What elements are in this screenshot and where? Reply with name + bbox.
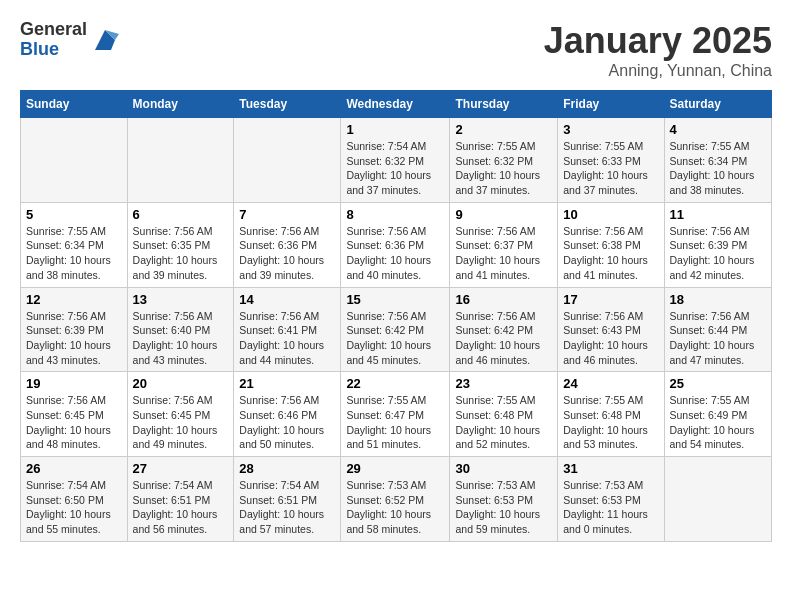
day-info: Sunrise: 7:56 AMSunset: 6:42 PMDaylight:… — [346, 309, 444, 368]
day-number: 16 — [455, 292, 552, 307]
month-title: January 2025 — [544, 20, 772, 62]
calendar-cell: 31Sunrise: 7:53 AMSunset: 6:53 PMDayligh… — [558, 457, 664, 542]
calendar-cell: 27Sunrise: 7:54 AMSunset: 6:51 PMDayligh… — [127, 457, 234, 542]
day-number: 2 — [455, 122, 552, 137]
calendar-cell: 26Sunrise: 7:54 AMSunset: 6:50 PMDayligh… — [21, 457, 128, 542]
calendar-cell — [234, 118, 341, 203]
day-info: Sunrise: 7:56 AMSunset: 6:44 PMDaylight:… — [670, 309, 767, 368]
day-info: Sunrise: 7:56 AMSunset: 6:39 PMDaylight:… — [26, 309, 122, 368]
day-info: Sunrise: 7:56 AMSunset: 6:45 PMDaylight:… — [133, 393, 229, 452]
day-info: Sunrise: 7:55 AMSunset: 6:47 PMDaylight:… — [346, 393, 444, 452]
calendar-cell: 25Sunrise: 7:55 AMSunset: 6:49 PMDayligh… — [664, 372, 772, 457]
calendar-cell — [127, 118, 234, 203]
day-number: 21 — [239, 376, 335, 391]
calendar-cell: 14Sunrise: 7:56 AMSunset: 6:41 PMDayligh… — [234, 287, 341, 372]
day-info: Sunrise: 7:55 AMSunset: 6:34 PMDaylight:… — [670, 139, 767, 198]
calendar-cell: 30Sunrise: 7:53 AMSunset: 6:53 PMDayligh… — [450, 457, 558, 542]
day-number: 30 — [455, 461, 552, 476]
calendar-cell: 21Sunrise: 7:56 AMSunset: 6:46 PMDayligh… — [234, 372, 341, 457]
logo-blue: Blue — [20, 40, 87, 60]
weekday-header: Tuesday — [234, 91, 341, 118]
calendar-cell: 2Sunrise: 7:55 AMSunset: 6:32 PMDaylight… — [450, 118, 558, 203]
day-number: 20 — [133, 376, 229, 391]
logo-icon — [91, 26, 119, 54]
day-info: Sunrise: 7:56 AMSunset: 6:36 PMDaylight:… — [346, 224, 444, 283]
day-number: 4 — [670, 122, 767, 137]
calendar-cell: 3Sunrise: 7:55 AMSunset: 6:33 PMDaylight… — [558, 118, 664, 203]
logo-general: General — [20, 20, 87, 40]
calendar-cell — [664, 457, 772, 542]
day-info: Sunrise: 7:55 AMSunset: 6:32 PMDaylight:… — [455, 139, 552, 198]
calendar-cell: 8Sunrise: 7:56 AMSunset: 6:36 PMDaylight… — [341, 202, 450, 287]
day-number: 25 — [670, 376, 767, 391]
day-number: 6 — [133, 207, 229, 222]
day-number: 17 — [563, 292, 658, 307]
day-info: Sunrise: 7:53 AMSunset: 6:53 PMDaylight:… — [455, 478, 552, 537]
weekday-header: Wednesday — [341, 91, 450, 118]
day-info: Sunrise: 7:56 AMSunset: 6:38 PMDaylight:… — [563, 224, 658, 283]
day-number: 29 — [346, 461, 444, 476]
day-info: Sunrise: 7:56 AMSunset: 6:41 PMDaylight:… — [239, 309, 335, 368]
calendar-cell: 19Sunrise: 7:56 AMSunset: 6:45 PMDayligh… — [21, 372, 128, 457]
calendar-cell: 7Sunrise: 7:56 AMSunset: 6:36 PMDaylight… — [234, 202, 341, 287]
calendar-cell: 4Sunrise: 7:55 AMSunset: 6:34 PMDaylight… — [664, 118, 772, 203]
day-number: 8 — [346, 207, 444, 222]
day-info: Sunrise: 7:56 AMSunset: 6:35 PMDaylight:… — [133, 224, 229, 283]
calendar-week-row: 1Sunrise: 7:54 AMSunset: 6:32 PMDaylight… — [21, 118, 772, 203]
calendar-cell: 9Sunrise: 7:56 AMSunset: 6:37 PMDaylight… — [450, 202, 558, 287]
day-number: 11 — [670, 207, 767, 222]
day-number: 9 — [455, 207, 552, 222]
calendar-cell: 13Sunrise: 7:56 AMSunset: 6:40 PMDayligh… — [127, 287, 234, 372]
day-info: Sunrise: 7:54 AMSunset: 6:32 PMDaylight:… — [346, 139, 444, 198]
day-info: Sunrise: 7:56 AMSunset: 6:37 PMDaylight:… — [455, 224, 552, 283]
day-number: 27 — [133, 461, 229, 476]
calendar-cell — [21, 118, 128, 203]
calendar-cell: 15Sunrise: 7:56 AMSunset: 6:42 PMDayligh… — [341, 287, 450, 372]
weekday-header: Monday — [127, 91, 234, 118]
day-number: 24 — [563, 376, 658, 391]
day-info: Sunrise: 7:56 AMSunset: 6:42 PMDaylight:… — [455, 309, 552, 368]
day-info: Sunrise: 7:55 AMSunset: 6:48 PMDaylight:… — [563, 393, 658, 452]
calendar-cell: 23Sunrise: 7:55 AMSunset: 6:48 PMDayligh… — [450, 372, 558, 457]
day-info: Sunrise: 7:56 AMSunset: 6:46 PMDaylight:… — [239, 393, 335, 452]
calendar-cell: 10Sunrise: 7:56 AMSunset: 6:38 PMDayligh… — [558, 202, 664, 287]
day-number: 12 — [26, 292, 122, 307]
day-number: 26 — [26, 461, 122, 476]
calendar-cell: 5Sunrise: 7:55 AMSunset: 6:34 PMDaylight… — [21, 202, 128, 287]
page-header: General Blue January 2025 Anning, Yunnan… — [20, 20, 772, 80]
day-info: Sunrise: 7:56 AMSunset: 6:39 PMDaylight:… — [670, 224, 767, 283]
day-info: Sunrise: 7:55 AMSunset: 6:34 PMDaylight:… — [26, 224, 122, 283]
location: Anning, Yunnan, China — [544, 62, 772, 80]
day-info: Sunrise: 7:56 AMSunset: 6:36 PMDaylight:… — [239, 224, 335, 283]
day-number: 31 — [563, 461, 658, 476]
calendar-cell: 17Sunrise: 7:56 AMSunset: 6:43 PMDayligh… — [558, 287, 664, 372]
day-number: 15 — [346, 292, 444, 307]
calendar-cell: 1Sunrise: 7:54 AMSunset: 6:32 PMDaylight… — [341, 118, 450, 203]
weekday-header-row: SundayMondayTuesdayWednesdayThursdayFrid… — [21, 91, 772, 118]
day-number: 7 — [239, 207, 335, 222]
day-number: 13 — [133, 292, 229, 307]
calendar-cell: 11Sunrise: 7:56 AMSunset: 6:39 PMDayligh… — [664, 202, 772, 287]
day-info: Sunrise: 7:53 AMSunset: 6:53 PMDaylight:… — [563, 478, 658, 537]
day-number: 23 — [455, 376, 552, 391]
calendar-week-row: 26Sunrise: 7:54 AMSunset: 6:50 PMDayligh… — [21, 457, 772, 542]
weekday-header: Sunday — [21, 91, 128, 118]
calendar-cell: 16Sunrise: 7:56 AMSunset: 6:42 PMDayligh… — [450, 287, 558, 372]
weekday-header: Friday — [558, 91, 664, 118]
calendar-week-row: 12Sunrise: 7:56 AMSunset: 6:39 PMDayligh… — [21, 287, 772, 372]
day-number: 28 — [239, 461, 335, 476]
day-info: Sunrise: 7:55 AMSunset: 6:49 PMDaylight:… — [670, 393, 767, 452]
day-number: 19 — [26, 376, 122, 391]
day-info: Sunrise: 7:54 AMSunset: 6:50 PMDaylight:… — [26, 478, 122, 537]
calendar-cell: 29Sunrise: 7:53 AMSunset: 6:52 PMDayligh… — [341, 457, 450, 542]
day-info: Sunrise: 7:54 AMSunset: 6:51 PMDaylight:… — [239, 478, 335, 537]
day-info: Sunrise: 7:56 AMSunset: 6:40 PMDaylight:… — [133, 309, 229, 368]
day-number: 18 — [670, 292, 767, 307]
calendar-cell: 20Sunrise: 7:56 AMSunset: 6:45 PMDayligh… — [127, 372, 234, 457]
logo: General Blue — [20, 20, 119, 60]
weekday-header: Saturday — [664, 91, 772, 118]
day-number: 14 — [239, 292, 335, 307]
calendar-cell: 24Sunrise: 7:55 AMSunset: 6:48 PMDayligh… — [558, 372, 664, 457]
calendar-cell: 18Sunrise: 7:56 AMSunset: 6:44 PMDayligh… — [664, 287, 772, 372]
day-number: 1 — [346, 122, 444, 137]
